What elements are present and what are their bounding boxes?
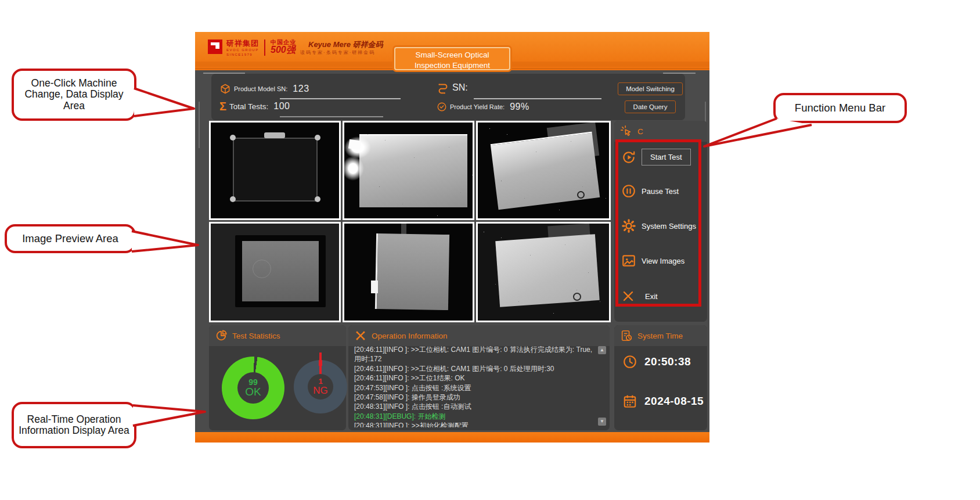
ok-label: OK (245, 386, 261, 398)
log-scroll-up-button[interactable]: ▲ (598, 346, 606, 354)
image-preview-cell-4[interactable] (209, 222, 341, 322)
annotation-data-area-text: One-Click Machine Change, Data Display A… (14, 78, 134, 111)
log-line-debug: [20:48:31][DEBUG]: 开始检测 (354, 412, 596, 421)
app-footer-bar (195, 432, 709, 443)
total-tests-value: 100 (273, 101, 290, 111)
screenshot-canvas: 研祥集团 EVOC GROUP SINCE1979 中国企业 500强 Keyu… (0, 0, 980, 500)
log-line: [20:48:31][INFO ]: >>初始化检测配置 (354, 421, 596, 427)
total-value-underline (280, 116, 383, 117)
decor-line (199, 102, 200, 148)
log-output[interactable]: [20:46:11][INFO ]: >>工位相机: CAM1 图片编号: 0 … (354, 345, 596, 427)
operation-information-header: Operation Information (348, 325, 610, 346)
preview-photo-shape (375, 233, 449, 310)
clock-icon (622, 354, 637, 369)
log-line: [20:46:11][INFO ]: >>工位1结果: OK (354, 373, 596, 383)
test-statistics-header: Test Statistics (209, 325, 346, 346)
annotation-data-area: One-Click Machine Change, Data Display A… (12, 69, 136, 121)
logo-script: Keyue Mere 研祥金码 (308, 41, 383, 48)
clock-row: 20:50:38 (622, 354, 691, 369)
annotation-image-area: Image Preview Area (5, 224, 136, 253)
crossed-tools-icon (354, 329, 367, 342)
document-clock-icon (620, 329, 633, 342)
product-model-value: 123 (293, 84, 309, 94)
pie-chart-icon (215, 329, 228, 342)
ok-donut-chart: 99 OK (222, 357, 284, 419)
system-date-value: 2024-08-15 (644, 395, 704, 408)
ng-donut-chart: 1 NG (294, 360, 347, 413)
preview-photo-shape (495, 234, 600, 307)
product-model-field: Product Model SN: 123 (219, 83, 309, 95)
log-scroll-down-button[interactable]: ▼ (598, 418, 606, 426)
system-time-value: 20:50:38 (644, 355, 691, 368)
annotation-red-rectangle (615, 139, 701, 307)
total-tests-field: Σ Total Tests: 100 (219, 100, 290, 112)
function-menu-header-label: C (637, 127, 643, 136)
log-line: [20:46:11][INFO ]: >>工位相机: CAM1 图片编号: 0 … (354, 345, 596, 364)
test-statistics-panel: Test Statistics 99 OK 1 NG (209, 325, 346, 430)
yield-label: Product Yield Rate: (450, 103, 505, 110)
sn-label: SN: (452, 82, 468, 93)
sigma-icon: Σ (219, 100, 226, 112)
yield-rate-field: Product Yield Rate: 99% (437, 102, 529, 112)
system-time-title: System Time (637, 332, 683, 340)
annotation-menu-area-text: Function Menu Bar (795, 102, 885, 114)
annotation-log-area: Real-Time Operation Information Display … (12, 402, 136, 448)
app-header: 研祥集团 EVOC GROUP SINCE1979 中国企业 500强 Keyu… (195, 32, 709, 70)
sn-field: SN: (437, 81, 473, 94)
annotation-log-area-text: Real-Time Operation Information Display … (14, 414, 134, 437)
app-title-line2: Inspection Equipment (395, 60, 509, 71)
preview-photo-shape (491, 132, 600, 210)
logo-slogan: 读码专家·条码专家·研祥金码 (300, 51, 383, 55)
annotation-image-area-text: Image Preview Area (22, 233, 118, 244)
logo-group-sub: EVOC GROUP (226, 48, 259, 52)
preview-photo-shape (233, 138, 318, 202)
log-line: [20:47:58][INFO ]: 操作员登录成功 (354, 393, 596, 402)
test-statistics-title: Test Statistics (232, 332, 280, 340)
serial-link-icon (437, 81, 449, 94)
image-preview-cell-3[interactable] (476, 121, 611, 220)
calendar-icon (622, 394, 637, 409)
ng-label: NG (313, 386, 328, 396)
yield-check-icon (437, 102, 447, 112)
image-preview-cell-1[interactable] (209, 121, 341, 220)
preview-photo-shape (359, 134, 467, 207)
inspection-app-window: 研祥集团 EVOC GROUP SINCE1979 中国企业 500强 Keyu… (195, 32, 709, 443)
data-display-panel: Product Model SN: 123 SN: Σ Total Tests:… (211, 74, 685, 120)
function-menu-header: C (614, 121, 707, 142)
evoc-logo-icon (208, 39, 222, 54)
cube-icon (219, 83, 231, 95)
image-preview-cell-2[interactable] (343, 121, 474, 220)
sn-value-underline (474, 98, 601, 99)
logo-divider (264, 39, 265, 56)
log-line: [20:47:53][INFO ]: 点击按钮 :系统设置 (354, 383, 596, 393)
date-row: 2024-08-15 (622, 394, 704, 409)
model-value-underline (280, 98, 401, 99)
click-hand-icon (620, 125, 633, 138)
ng-count: 1 (318, 377, 322, 386)
system-time-panel: System Time 20:50:38 2024-08-15 (614, 325, 707, 430)
function-menu-panel: C Start Test Pause Test System Settings … (614, 121, 707, 322)
system-time-header: System Time (614, 325, 707, 346)
model-switching-button[interactable]: Model Switching (618, 82, 683, 95)
product-model-label: Product Model SN: (234, 85, 287, 92)
app-title-line1: Small-Screen Optical (395, 50, 509, 60)
image-preview-cell-5[interactable] (343, 222, 474, 322)
brand-logo: 研祥集团 EVOC GROUP SINCE1979 中国企业 500强 Keyu… (208, 39, 383, 56)
total-tests-label: Total Tests: (229, 102, 268, 111)
logo-group-name: 研祥集团 (226, 39, 259, 47)
image-preview-cell-6[interactable] (476, 222, 611, 322)
yield-value: 99% (510, 102, 529, 112)
logo-rank-bottom: 500强 (271, 45, 296, 55)
logo-since: SINCE1979 (226, 53, 259, 56)
log-line: [20:48:31][INFO ]: 点击按钮 :自动测试 (354, 402, 596, 411)
annotation-menu-area: Function Menu Bar (773, 93, 907, 123)
log-line: [20:46:11][INFO ]: >>工位相机: CAM1 图片编号: 0 … (354, 364, 596, 373)
date-query-button[interactable]: Date Query (625, 100, 676, 113)
image-preview-grid (209, 121, 611, 322)
app-title: Small-Screen Optical Inspection Equipmen… (394, 47, 510, 70)
ok-count: 99 (248, 378, 258, 387)
operation-information-title: Operation Information (372, 332, 448, 340)
operation-information-panel: Operation Information [20:46:11][INFO ]:… (348, 325, 610, 430)
